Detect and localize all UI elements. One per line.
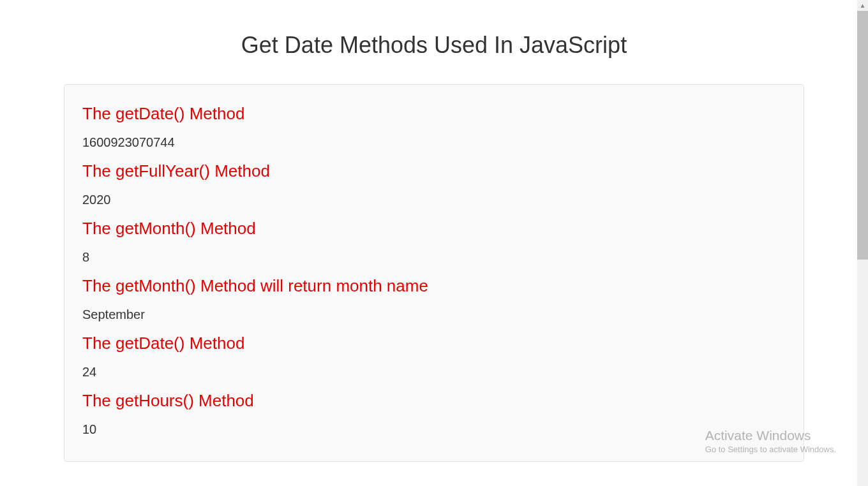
page-title: Get Date Methods Used In JavaScript xyxy=(64,32,804,59)
content-box: The getDate() Method 1600923070744 The g… xyxy=(64,84,804,462)
method-value-getfullyear: 2020 xyxy=(82,193,786,207)
watermark-subtitle: Go to Settings to activate Windows. xyxy=(705,445,836,454)
windows-activation-watermark: Activate Windows Go to Settings to activ… xyxy=(705,428,836,454)
method-heading-gethours: The getHours() Method xyxy=(82,391,786,411)
page-container: Get Date Methods Used In JavaScript The … xyxy=(0,0,868,462)
method-heading-getdate-time: The getDate() Method xyxy=(82,104,786,124)
method-value-getdate: 24 xyxy=(82,365,786,379)
method-heading-getmonth-name: The getMonth() Method will return month … xyxy=(82,276,786,296)
method-value-getdate-time: 1600923070744 xyxy=(82,135,786,150)
method-heading-getfullyear: The getFullYear() Method xyxy=(82,161,786,181)
scrollbar-up-arrow-icon[interactable]: ▲ xyxy=(857,0,868,11)
method-heading-getmonth: The getMonth() Method xyxy=(82,219,786,239)
watermark-title: Activate Windows xyxy=(705,428,836,443)
method-value-gethours: 10 xyxy=(82,422,786,437)
method-value-getmonth: 8 xyxy=(82,250,786,265)
scrollbar-track[interactable]: ▲ xyxy=(857,0,868,486)
method-value-getmonth-name: September xyxy=(82,307,786,322)
method-heading-getdate: The getDate() Method xyxy=(82,334,786,353)
scrollbar-thumb[interactable] xyxy=(857,11,868,260)
